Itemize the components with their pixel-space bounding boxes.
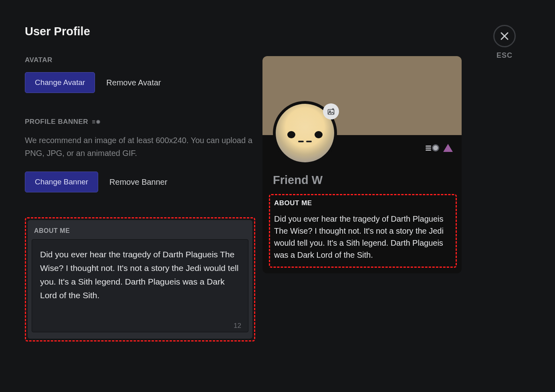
about-me-label: ABOUT ME (32, 227, 248, 234)
profile-preview-card: Friend W ABOUT ME Did you ever hear the … (262, 56, 462, 273)
close-label: ESC (496, 51, 513, 60)
image-add-icon (327, 107, 335, 115)
banner-section-desc: We recommend an image of at least 600x24… (25, 134, 255, 160)
about-me-input[interactable] (32, 239, 248, 332)
about-me-preview-highlight: ABOUT ME Did you ever hear the tragedy o… (269, 194, 457, 268)
remove-banner-button[interactable]: Remove Banner (109, 178, 168, 187)
banner-section-label: PROFILE BANNER (25, 118, 255, 126)
page-title: User Profile (25, 25, 530, 38)
nitro-icon (92, 120, 100, 124)
change-banner-button[interactable]: Change Banner (25, 172, 98, 192)
nitro-badge-icon (426, 144, 439, 152)
hypesquad-badge-icon (443, 144, 453, 152)
edit-avatar-button[interactable] (323, 103, 339, 119)
about-me-preview-text: Did you ever hear the tragedy of Darth P… (274, 213, 450, 261)
profile-banner (262, 56, 462, 135)
about-me-char-count: 12 (234, 322, 241, 330)
about-me-preview-label: ABOUT ME (274, 199, 450, 207)
display-name: Friend W (273, 174, 451, 187)
about-me-highlight: ABOUT ME 12 (25, 217, 255, 341)
close-button[interactable] (493, 25, 516, 47)
close-icon (500, 32, 509, 40)
profile-badges (426, 144, 453, 152)
banner-section-label-text: PROFILE BANNER (25, 118, 88, 126)
close-wrap: ESC (493, 25, 516, 60)
remove-avatar-button[interactable]: Remove Avatar (106, 78, 161, 87)
about-me-panel: ABOUT ME 12 (28, 220, 252, 339)
change-avatar-button[interactable]: Change Avatar (25, 72, 95, 93)
avatar-section-label: AVATAR (25, 56, 255, 64)
